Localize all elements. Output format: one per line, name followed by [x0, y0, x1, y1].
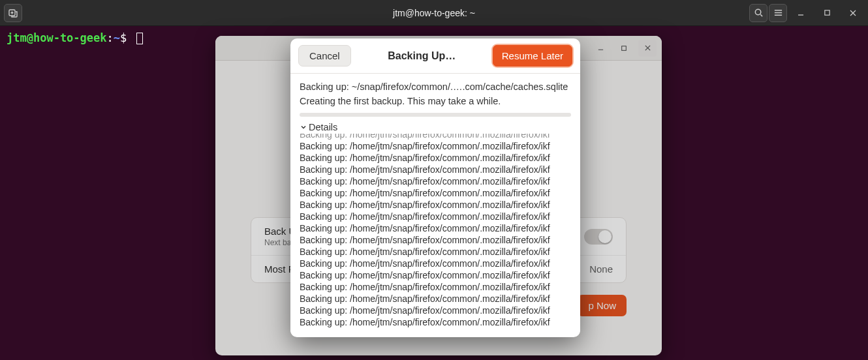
backup-log-line: Backing up: /home/jtm/snap/firefox/commo… [300, 305, 571, 316]
backup-progress-bar [300, 113, 571, 117]
new-tab-button[interactable] [4, 4, 22, 22]
backup-status-line: Backing up: ~/snap/firefox/common/.….com… [300, 82, 571, 92]
menu-button[interactable] [769, 4, 787, 22]
backup-log-line: Backing up: /home/jtm/snap/firefox/commo… [300, 211, 571, 222]
backup-log-line: Backing up: /home/jtm/snap/firefox/commo… [300, 246, 571, 258]
backup-log-line: Backing up: /home/jtm/snap/firefox/commo… [300, 222, 571, 234]
close-button[interactable] [841, 3, 865, 23]
backup-log-line: Backing up: /home/jtm/snap/firefox/commo… [300, 187, 571, 199]
backup-log-line: Backing up: /home/jtm/snap/firefox/commo… [300, 269, 571, 281]
close-icon [644, 44, 651, 52]
svg-rect-2 [824, 10, 829, 15]
backup-note: Creating the first backup. This may take… [300, 96, 571, 106]
search-icon [754, 8, 764, 18]
resume-later-button[interactable]: Resume Later [493, 45, 572, 67]
backup-log-line: Backing up: /home/jtm/snap/firefox/commo… [300, 134, 571, 140]
prompt-colon: : [107, 31, 114, 44]
backup-log-line: Backing up: /home/jtm/snap/firefox/commo… [300, 316, 571, 328]
maximize-icon [824, 9, 831, 16]
backup-log-line: Backing up: /home/jtm/snap/firefox/commo… [300, 258, 571, 269]
svg-rect-3 [622, 46, 627, 50]
settings-close-button[interactable] [638, 40, 657, 57]
minimize-button[interactable] [788, 3, 813, 23]
minimize-icon [597, 44, 604, 52]
maximize-button[interactable] [814, 3, 839, 23]
dialog-header: Cancel Backing Up… Resume Later [290, 38, 580, 74]
backup-log-line: Backing up: /home/jtm/snap/firefox/commo… [300, 152, 571, 164]
chevron-down-icon [300, 123, 307, 131]
backup-log-line: Backing up: /home/jtm/snap/firefox/commo… [300, 164, 571, 175]
backup-log-line: Backing up: /home/jtm/snap/firefox/commo… [300, 140, 571, 152]
details-expander[interactable]: Details [300, 122, 571, 132]
backup-now-button[interactable]: p Now [578, 295, 627, 316]
details-label: Details [309, 122, 337, 132]
backup-log-line: Backing up: /home/jtm/snap/firefox/commo… [300, 293, 571, 305]
terminal-titlebar: jtm@how-to-geek: ~ [0, 0, 868, 26]
minimize-icon [797, 9, 805, 17]
new-tab-icon [8, 8, 18, 18]
prompt-user-host: jtm@how-to-geek [7, 31, 107, 44]
backup-log-list[interactable]: Backing up: /home/jtm/snap/firefox/commo… [300, 134, 571, 332]
close-icon [849, 9, 857, 17]
backing-up-dialog: Cancel Backing Up… Resume Later Backing … [290, 38, 580, 337]
dialog-title: Backing Up… [388, 50, 456, 62]
backup-recent-value: None [589, 263, 613, 275]
svg-point-1 [755, 9, 760, 14]
backup-log-line: Backing up: /home/jtm/snap/firefox/commo… [300, 281, 571, 293]
search-button[interactable] [749, 4, 767, 22]
terminal-title: jtm@how-to-geek: ~ [393, 8, 475, 18]
settings-maximize-button[interactable] [615, 40, 633, 57]
settings-minimize-button[interactable] [591, 40, 610, 57]
backup-auto-toggle[interactable] [584, 229, 613, 245]
cancel-button[interactable]: Cancel [298, 45, 351, 67]
maximize-icon [621, 45, 627, 52]
terminal-cursor [136, 33, 143, 44]
backup-log-line: Backing up: /home/jtm/snap/firefox/commo… [300, 234, 571, 246]
prompt-dollar: $ [120, 31, 127, 44]
hamburger-icon [773, 8, 783, 18]
backup-log-line: Backing up: /home/jtm/snap/firefox/commo… [300, 175, 571, 187]
prompt-path: ~ [114, 31, 120, 44]
backup-log-line: Backing up: /home/jtm/snap/firefox/commo… [300, 199, 571, 211]
